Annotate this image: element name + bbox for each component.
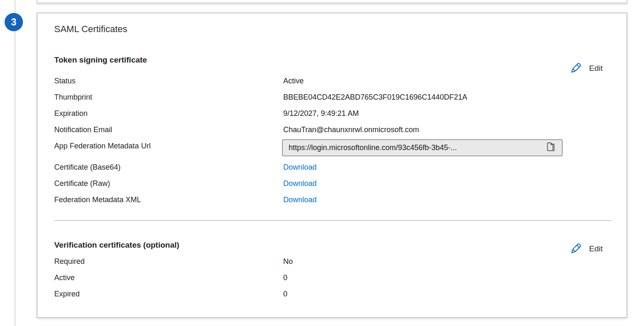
- thumbprint-value: BBEBE04CD42E2ABD765C3F019C1696C1440DF21A: [283, 93, 467, 102]
- active-count-row: Active 0: [54, 273, 610, 283]
- expired-count-label: Expired: [54, 289, 283, 299]
- verification-certificates-edit-button[interactable]: Edit: [569, 241, 603, 256]
- notification-email-row: Notification Email ChauTran@chaunxnrwl.o…: [54, 125, 610, 135]
- expiration-label: Expiration: [54, 109, 283, 118]
- expiration-value: 9/12/2027, 9:49:21 AM: [283, 109, 359, 118]
- copy-icon: [546, 141, 556, 155]
- notification-email-label: Notification Email: [54, 125, 283, 135]
- required-value: No: [283, 257, 293, 266]
- expired-count-value: 0: [283, 289, 287, 299]
- required-row: Required No: [54, 257, 610, 266]
- certificate-raw-download-link[interactable]: Download: [283, 179, 317, 188]
- thumbprint-row: Thumbprint BBEBE04CD42E2ABD765C3F019C169…: [54, 93, 610, 102]
- certificate-raw-label: Certificate (Raw): [54, 179, 283, 188]
- thumbprint-label: Thumbprint: [54, 93, 283, 102]
- edit-pencil-icon: [569, 61, 583, 75]
- active-count-value: 0: [283, 273, 287, 283]
- saml-certificates-card: SAML Certificates Token signing certific…: [37, 13, 627, 318]
- certificate-base64-label: Certificate (Base64): [54, 163, 283, 172]
- edit-button-label: Edit: [589, 64, 603, 73]
- federation-metadata-xml-label: Federation Metadata XML: [54, 195, 283, 205]
- federation-metadata-xml-row: Federation Metadata XML Download: [54, 195, 610, 205]
- metadata-url-value[interactable]: https://login.microsoftonline.com/93c456…: [289, 143, 544, 152]
- status-value: Active: [283, 76, 304, 86]
- edit-button-label: Edit: [589, 244, 603, 253]
- federation-metadata-xml-download-link[interactable]: Download: [283, 195, 317, 205]
- verification-certificates-heading: Verification certificates (optional): [54, 241, 179, 250]
- expired-count-row: Expired 0: [54, 289, 610, 299]
- card-title: SAML Certificates: [54, 24, 127, 35]
- token-signing-certificate-heading: Token signing certificate: [54, 55, 147, 65]
- section-divider: [54, 220, 611, 221]
- certificate-base64-row: Certificate (Base64) Download: [54, 163, 610, 172]
- certificate-base64-download-link[interactable]: Download: [283, 163, 317, 172]
- expiration-row: Expiration 9/12/2027, 9:49:21 AM: [54, 109, 610, 118]
- step-connector-line: [15, 0, 15, 326]
- app-federation-metadata-url-label: App Federation Metadata Url: [54, 141, 283, 151]
- certificate-raw-row: Certificate (Raw) Download: [54, 179, 610, 188]
- token-certificate-edit-button[interactable]: Edit: [569, 61, 603, 75]
- edit-pencil-icon: [569, 241, 583, 256]
- copy-url-button[interactable]: [544, 141, 558, 155]
- status-label: Status: [54, 76, 283, 86]
- step-number-badge: 3: [5, 13, 23, 31]
- previous-card-edge: [37, 0, 627, 3]
- active-count-label: Active: [54, 273, 283, 283]
- status-row: Status Active: [54, 76, 610, 86]
- app-federation-metadata-url-field[interactable]: https://login.microsoftonline.com/93c456…: [282, 139, 563, 156]
- required-label: Required: [54, 257, 283, 266]
- notification-email-value: ChauTran@chaunxnrwl.onmicrosoft.com: [283, 125, 419, 135]
